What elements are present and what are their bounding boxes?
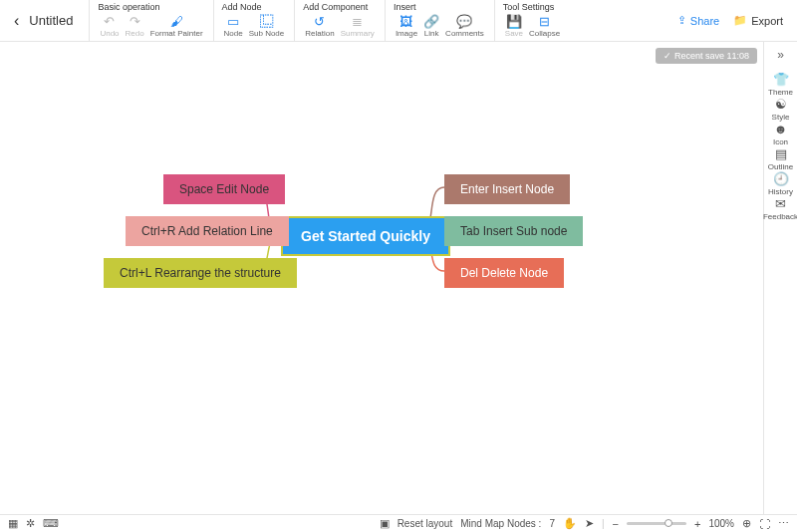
toolbar-group-label: Insert [394, 2, 486, 12]
feedback-icon: ✉ [775, 196, 786, 211]
rail-item-label: Feedback [763, 212, 797, 221]
toolbar-group-label: Basic operation [98, 2, 204, 12]
toolbar-node-button[interactable]: ▭Node [222, 13, 245, 38]
toolbar-relation-button[interactable]: ↺Relation [303, 13, 336, 38]
toolbar-save-button: 💾Save [503, 13, 525, 38]
toolbar-item-label: Redo [126, 29, 144, 38]
rail-style-button[interactable]: ☯Style [763, 97, 797, 122]
toolbar-undo-button: ↶Undo [98, 13, 121, 38]
zoom-out-button[interactable]: − [613, 518, 619, 530]
toolbar-item-label: Comments [445, 29, 484, 38]
toolbar-group: Add Node▭Node⿺Sub Node [213, 0, 295, 41]
toolbar-item-label: Image [396, 29, 417, 38]
share-icon: ⇪ [677, 14, 686, 27]
style-icon: ☯ [775, 97, 787, 112]
redo-icon: ↷ [130, 13, 140, 29]
zoom-value: 100% [708, 518, 734, 529]
mindmap-node[interactable]: Get Started Quickly [281, 216, 450, 256]
history-icon: 🕘 [773, 171, 789, 186]
statusbar-icon[interactable]: ✲ [26, 517, 35, 530]
toolbar-item-label: Collapse [529, 29, 560, 38]
document-title[interactable]: Untitled [29, 13, 73, 28]
fit-icon[interactable]: ⊕ [742, 517, 751, 530]
summary-icon: ≣ [352, 13, 363, 29]
icon-icon: ☻ [774, 122, 788, 136]
toolbar-group: Insert🖼Image🔗Link💬Comments [385, 0, 494, 41]
format-painter-icon: 🖌 [170, 13, 183, 29]
share-button[interactable]: ⇪Share [677, 14, 719, 27]
rail-outline-button[interactable]: ▤Outline [763, 146, 797, 171]
toolbar-image-button[interactable]: 🖼Image [394, 13, 419, 38]
link-icon: 🔗 [423, 13, 439, 29]
toolbar-group: Tool Settings💾Save⊟Collapse [494, 0, 570, 41]
toolbar-format-painter-button[interactable]: 🖌Format Painter [148, 13, 205, 38]
mindmap-node[interactable]: Tab Insert Sub node [444, 216, 583, 246]
relation-icon: ↺ [314, 13, 325, 29]
toolbar-item-label: Summary [341, 29, 375, 38]
hand-icon[interactable]: ✋ [563, 517, 577, 530]
toolbar-group: Add Component↺Relation≣Summary [294, 0, 385, 41]
toolbar-item-label: Link [424, 29, 439, 38]
statusbar-icon[interactable]: ⌨ [43, 517, 59, 530]
statusbar: ▦✲⌨ ▣ Reset layout Mind Map Nodes : 7 ✋ … [0, 514, 797, 532]
comments-icon: 💬 [456, 13, 472, 29]
zoom-slider[interactable] [627, 522, 686, 525]
toolbar-sub-node-button[interactable]: ⿺Sub Node [247, 13, 287, 38]
zoom-in-button[interactable]: + [694, 518, 700, 530]
rail-collapse-icon[interactable]: » [777, 48, 784, 62]
toolbar: Basic operation↶Undo↷Redo🖌Format Painter… [89, 0, 570, 41]
mindmap-node[interactable]: Del Delete Node [444, 258, 564, 288]
topbar: ‹ Untitled Basic operation↶Undo↷Redo🖌For… [0, 0, 797, 42]
image-icon: 🖼 [399, 13, 412, 29]
cursor-icon[interactable]: ➤ [585, 517, 594, 530]
toolbar-item-label: Node [224, 29, 243, 38]
collapse-icon: ⊟ [539, 13, 550, 29]
rail-item-label: Outline [768, 162, 793, 171]
back-button[interactable]: ‹ [8, 12, 25, 30]
toolbar-link-button[interactable]: 🔗Link [421, 13, 441, 38]
mindmap-node[interactable]: Space Edit Node [163, 174, 285, 204]
toolbar-group-label: Tool Settings [503, 2, 562, 12]
toolbar-item-label: Format Painter [150, 29, 203, 38]
mindmap-node[interactable]: Ctrl+R Add Relation Line [126, 216, 289, 246]
outline-icon: ▤ [775, 146, 787, 161]
node-icon: ▭ [227, 13, 239, 29]
share-label: Share [690, 15, 719, 27]
reset-layout-button[interactable]: Reset layout [398, 518, 453, 529]
zoom-thumb[interactable] [664, 519, 672, 527]
export-icon: 📁 [733, 14, 747, 27]
toolbar-comments-button[interactable]: 💬Comments [443, 13, 486, 38]
check-icon: ✓ [664, 51, 671, 61]
statusbar-left: ▦✲⌨ [8, 517, 59, 530]
toolbar-redo-button: ↷Redo [124, 13, 146, 38]
export-label: Export [751, 15, 783, 27]
canvas[interactable]: ✓Recent save 11:08 Get Started QuicklySp… [0, 42, 763, 514]
export-button[interactable]: 📁Export [733, 14, 783, 27]
mindmap-node[interactable]: Enter Insert Node [444, 174, 570, 204]
rail-theme-button[interactable]: 👕Theme [763, 72, 797, 97]
undo-icon: ↶ [104, 13, 115, 29]
rail-icon-button[interactable]: ☻Icon [763, 122, 797, 146]
toolbar-group-label: Add Node [222, 2, 287, 12]
toolbar-item-label: Sub Node [249, 29, 285, 38]
toolbar-item-label: Save [505, 29, 523, 38]
fullscreen-icon[interactable]: ⛶ [759, 518, 770, 530]
topbar-right: ⇪Share 📁Export [677, 14, 789, 27]
rail-feedback-button[interactable]: ✉Feedback [763, 196, 797, 221]
toolbar-group: Basic operation↶Undo↷Redo🖌Format Painter [89, 0, 212, 41]
sub-node-icon: ⿺ [260, 13, 273, 29]
toolbar-group-label: Add Component [303, 2, 377, 12]
statusbar-icon[interactable]: ▦ [8, 517, 18, 530]
more-icon[interactable]: ⋯ [778, 517, 789, 530]
statusbar-right: ▣ Reset layout Mind Map Nodes : 7 ✋ ➤ | … [380, 517, 789, 530]
rail-item-label: Icon [773, 137, 788, 146]
reset-layout-icon[interactable]: ▣ [380, 517, 390, 530]
mindmap-node[interactable]: Ctrl+L Rearrange the structure [104, 258, 297, 288]
rail-item-label: Theme [768, 88, 793, 97]
toolbar-item-label: Undo [100, 29, 119, 38]
theme-icon: 👕 [773, 72, 789, 87]
autosave-text: Recent save 11:08 [674, 51, 749, 61]
rail-history-button[interactable]: 🕘History [763, 171, 797, 196]
nodes-count: 7 [549, 518, 555, 529]
toolbar-collapse-button[interactable]: ⊟Collapse [527, 13, 562, 38]
